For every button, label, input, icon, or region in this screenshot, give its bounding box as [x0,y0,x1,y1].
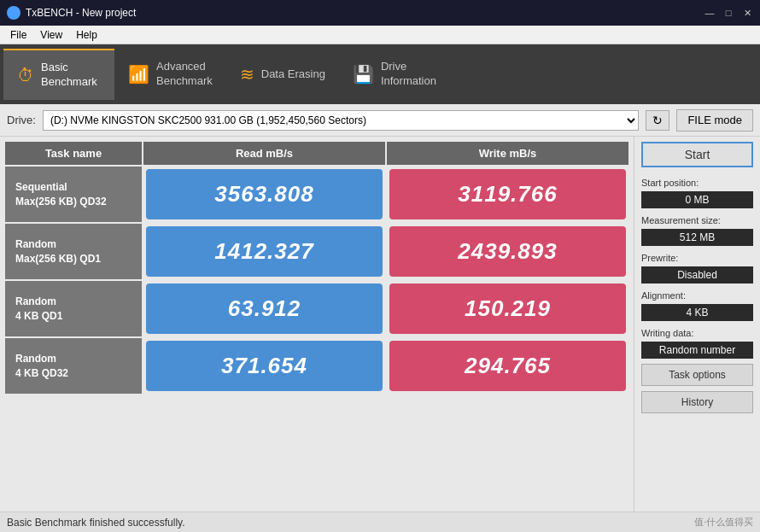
drive-icon: 💾 [353,64,374,85]
benchmark-area: Task name Read mB/s Write mB/s Sequentia… [0,137,634,512]
table-row: Random4 KB QD32 371.654 294.765 [5,338,628,394]
write-value-random-4kb-qd32: 294.765 [389,341,626,391]
benchmark-table: Task name Read mB/s Write mB/s Sequentia… [3,140,630,395]
close-button[interactable]: ✕ [741,7,753,19]
read-value-sequential-qd32: 3563.808 [146,169,383,219]
drive-selector[interactable]: (D:) NVMe KINGSTON SKC2500 931.00 GB (1,… [43,110,639,131]
title-bar: TxBENCH - New project — □ ✕ [0,0,760,26]
tab-advanced-benchmark[interactable]: 📶 AdvancedBenchmark [114,49,226,100]
measurement-size-value: 512 MB [641,229,753,246]
col-task-name: Task name [5,142,142,165]
read-value-random-4kb-qd32: 371.654 [146,341,383,391]
menu-bar: File View Help [0,26,760,44]
menu-help[interactable]: Help [69,27,104,43]
tab-drive-information[interactable]: 💾 DriveInformation [339,49,450,100]
task-options-button[interactable]: Task options [641,364,753,386]
measurement-size-label: Measurement size: [641,215,753,225]
write-random-4kb-qd1: 150.219 [387,281,628,336]
sidebar: Start Start position: 0 MB Measurement s… [634,137,760,512]
table-row: Random4 KB QD1 63.912 150.219 [5,281,628,336]
task-sequential-qd32: SequentialMax(256 KB) QD32 [5,167,142,222]
table-row: SequentialMax(256 KB) QD32 3563.808 3119… [5,167,628,222]
chart-icon: 📶 [128,64,149,85]
toolbar: ⏱ BasicBenchmark 📶 AdvancedBenchmark ≋ D… [0,44,760,104]
refresh-button[interactable]: ↻ [646,110,669,131]
erase-icon: ≋ [240,64,254,85]
write-value-random-4kb-qd1: 150.219 [389,284,626,334]
task-random-4kb-qd32: Random4 KB QD32 [5,338,142,394]
drive-label: Drive: [7,114,36,126]
menu-view[interactable]: View [33,27,69,43]
write-random-4kb-qd32: 294.765 [387,338,628,394]
tab-basic-benchmark[interactable]: ⏱ BasicBenchmark [3,49,114,100]
main-area: Task name Read mB/s Write mB/s Sequentia… [0,137,760,512]
read-random-4kb-qd32: 371.654 [143,338,385,394]
maximize-button[interactable]: □ [722,7,734,19]
tab-basic-label: BasicBenchmark [41,61,97,90]
history-button[interactable]: History [641,391,753,413]
tab-info-label: DriveInformation [381,60,436,89]
window-controls[interactable]: — □ ✕ [704,7,753,19]
alignment-value: 4 KB [641,304,753,321]
window-title: TxBENCH - New project [26,7,704,19]
read-random-256kb-qd1: 1412.327 [143,224,385,279]
tab-advanced-label: AdvancedBenchmark [156,60,213,89]
read-value-random-4kb-qd1: 63.912 [146,284,383,334]
read-value-random-256kb-qd1: 1412.327 [146,226,383,277]
write-value-sequential-qd32: 3119.766 [389,169,626,219]
tab-data-erasing[interactable]: ≋ Data Erasing [226,49,339,100]
status-bar: Basic Benchmark finished successfully. 值… [0,512,760,532]
write-random-256kb-qd1: 2439.893 [387,224,628,279]
read-sequential-qd32: 3563.808 [143,167,385,222]
menu-file[interactable]: File [3,27,33,43]
status-text: Basic Benchmark finished successfully. [7,517,185,529]
clock-icon: ⏱ [17,66,34,85]
task-random-4kb-qd1: Random4 KB QD1 [5,281,142,336]
start-button[interactable]: Start [641,142,753,167]
task-random-256kb-qd1: RandomMax(256 KB) QD1 [5,224,142,279]
read-random-4kb-qd1: 63.912 [143,281,385,336]
minimize-button[interactable]: — [704,7,716,19]
start-position-value: 0 MB [641,191,753,208]
writing-data-value: Random number [641,342,753,359]
col-read: Read mB/s [143,142,385,165]
watermark: 值·什么值得买 [694,516,753,529]
writing-data-label: Writing data: [641,328,753,338]
drive-row: Drive: (D:) NVMe KINGSTON SKC2500 931.00… [0,104,760,137]
app-icon [7,6,20,20]
write-value-random-256kb-qd1: 2439.893 [389,226,626,277]
prewrite-label: Prewrite: [641,253,753,263]
alignment-label: Alignment: [641,290,753,301]
prewrite-value: Disabled [641,266,753,284]
write-sequential-qd32: 3119.766 [387,167,628,222]
table-row: RandomMax(256 KB) QD1 1412.327 2439.893 [5,224,628,279]
table-header-row: Task name Read mB/s Write mB/s [5,142,628,165]
col-write: Write mB/s [387,142,628,165]
file-mode-button[interactable]: FILE mode [676,109,753,132]
start-position-label: Start position: [641,178,753,188]
refresh-icon: ↻ [652,114,663,127]
tab-erasing-label: Data Erasing [261,67,325,82]
